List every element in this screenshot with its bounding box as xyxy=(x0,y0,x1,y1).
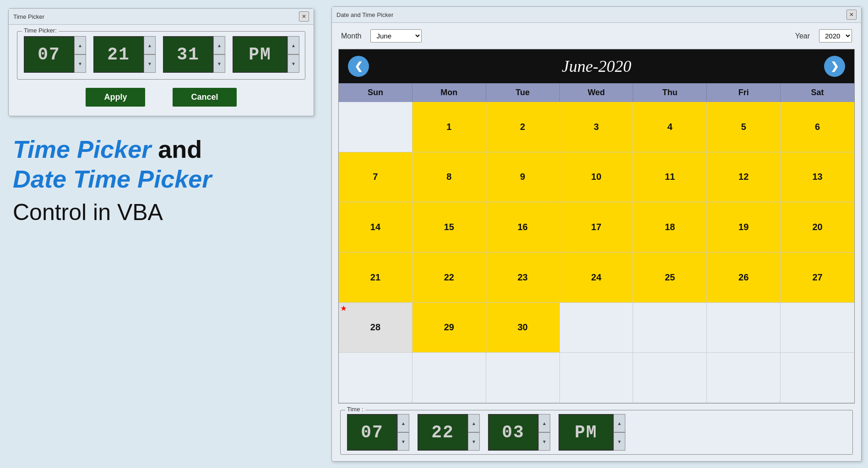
calendar-cell-21[interactable]: 21 xyxy=(339,253,412,303)
second-buttons: ▲ ▼ xyxy=(213,36,225,73)
calendar-cell-29[interactable]: 29 xyxy=(412,303,486,353)
dt-hour-spinner: 07 ▲ ▼ xyxy=(347,414,409,451)
second-spinner: 31 ▲ ▼ xyxy=(163,36,225,73)
calendar-cell-23[interactable]: 23 xyxy=(486,253,560,303)
dt-time-group: Time : 07 ▲ ▼ 22 ▲ ▼ xyxy=(340,410,853,455)
dt-minute-down-button[interactable]: ▼ xyxy=(468,432,480,451)
hour-buttons: ▲ ▼ xyxy=(74,36,86,73)
dt-second-down-button[interactable]: ▼ xyxy=(538,432,550,451)
dt-time-group-label: Time : xyxy=(345,406,365,413)
dt-ampm-down-button[interactable]: ▼ xyxy=(613,432,625,451)
calendar-cell-3[interactable]: 3 xyxy=(560,102,634,152)
calendar-header: ❮ June-2020 ❯ xyxy=(339,49,854,83)
hour-up-button[interactable]: ▲ xyxy=(74,36,86,54)
time-picker-window-title: Time Picker xyxy=(13,13,44,20)
time-picker-close-button[interactable]: ✕ xyxy=(299,11,309,22)
calendar-cell-14[interactable]: 14 xyxy=(339,202,412,253)
day-header-mon: Mon xyxy=(412,83,486,102)
second-display: 31 xyxy=(163,36,213,73)
hour-down-button[interactable]: ▼ xyxy=(74,54,86,73)
spinner-row: 07 ▲ ▼ 21 ▲ ▼ xyxy=(24,36,298,73)
month-select[interactable]: June January February March April May Ju… xyxy=(370,29,422,43)
dt-second-up-button[interactable]: ▲ xyxy=(538,414,550,432)
cancel-button[interactable]: Cancel xyxy=(173,88,236,107)
calendar-cell-15[interactable]: 15 xyxy=(412,202,486,253)
dt-minute-display: 22 xyxy=(418,414,468,451)
calendar-cell-28[interactable]: 28 xyxy=(339,303,412,353)
promo-line1: Time Picker and xyxy=(13,134,212,164)
promo-and: and xyxy=(151,135,202,163)
ampm-spinner: PM ▲ ▼ xyxy=(233,36,299,73)
calendar-cell-6[interactable]: 6 xyxy=(781,102,854,152)
day-header-fri: Fri xyxy=(707,83,781,102)
promo-text: Time Picker and Date Time Picker Control… xyxy=(8,125,216,237)
apply-button[interactable]: Apply xyxy=(86,88,145,107)
calendar-cell-1[interactable]: 1 xyxy=(412,102,486,152)
year-select[interactable]: 2020 2018 2019 2021 2022 xyxy=(819,29,852,43)
calendar-cell-empty-r6c4 xyxy=(560,353,634,403)
calendar-cell-24[interactable]: 24 xyxy=(560,253,634,303)
calendar-cell-empty-r6c3 xyxy=(486,353,560,403)
calendar-cell-9[interactable]: 9 xyxy=(486,152,560,203)
calendar-container: ❮ June-2020 ❯ Sun Mon Tue Wed Thu Fri Sa… xyxy=(338,49,855,403)
calendar-cell-20[interactable]: 20 xyxy=(781,202,854,253)
dt-close-button[interactable]: ✕ xyxy=(846,10,857,20)
calendar-cell-30[interactable]: 30 xyxy=(486,303,560,353)
month-label: Month xyxy=(341,32,361,40)
promo-line3: Control in VBA xyxy=(13,198,212,227)
calendar-cell-empty-r6c7 xyxy=(781,353,854,403)
minute-up-button[interactable]: ▲ xyxy=(144,36,156,54)
calendar-title: June-2020 xyxy=(562,57,631,76)
calendar-cell-7[interactable]: 7 xyxy=(339,152,412,203)
calendar-cell-empty-r6c2 xyxy=(412,353,486,403)
promo-time-picker: Time Picker xyxy=(13,135,151,163)
dt-second-display: 03 xyxy=(488,414,538,451)
calendar-cell-empty-r6c1 xyxy=(339,353,412,403)
dt-hour-buttons: ▲ ▼ xyxy=(397,414,409,451)
dt-hour-down-button[interactable]: ▼ xyxy=(397,432,409,451)
time-picker-group-label: Time Picker: xyxy=(22,27,59,34)
calendar-cell-8[interactable]: 8 xyxy=(412,152,486,203)
calendar-cell-12[interactable]: 12 xyxy=(707,152,781,203)
calendar-cell-empty-1 xyxy=(339,102,412,152)
calendar-cell-27[interactable]: 27 xyxy=(781,253,854,303)
calendar-cell-26[interactable]: 26 xyxy=(707,253,781,303)
tp-buttons-row: Apply Cancel xyxy=(17,88,305,107)
calendar-cell-19[interactable]: 19 xyxy=(707,202,781,253)
calendar-cell-13[interactable]: 13 xyxy=(781,152,854,203)
dt-controls-row: Month June January February March April … xyxy=(332,23,861,49)
ampm-up-button[interactable]: ▲ xyxy=(288,36,299,54)
dt-window-title: Date and Time Picker xyxy=(336,11,393,18)
calendar-day-headers: Sun Mon Tue Wed Thu Fri Sat xyxy=(339,83,854,102)
calendar-cell-2[interactable]: 2 xyxy=(486,102,560,152)
next-month-button[interactable]: ❯ xyxy=(824,56,845,77)
dt-second-spinner: 03 ▲ ▼ xyxy=(488,414,550,451)
ampm-display: PM xyxy=(233,36,288,73)
calendar-cell-18[interactable]: 18 xyxy=(633,202,707,253)
dt-minute-up-button[interactable]: ▲ xyxy=(468,414,480,432)
calendar-cell-11[interactable]: 11 xyxy=(633,152,707,203)
dt-ampm-display: PM xyxy=(559,414,613,451)
calendar-cell-4[interactable]: 4 xyxy=(633,102,707,152)
dt-second-buttons: ▲ ▼ xyxy=(538,414,550,451)
minute-spinner: 21 ▲ ▼ xyxy=(93,36,156,73)
promo-line2: Date Time Picker xyxy=(13,164,212,194)
dt-ampm-up-button[interactable]: ▲ xyxy=(613,414,625,432)
calendar-grid: 1 2 3 4 5 6 7 8 9 10 11 12 13 14 15 16 1… xyxy=(339,102,854,403)
minute-display: 21 xyxy=(93,36,144,73)
minute-down-button[interactable]: ▼ xyxy=(144,54,156,73)
prev-month-button[interactable]: ❮ xyxy=(348,56,369,77)
calendar-cell-5[interactable]: 5 xyxy=(707,102,781,152)
calendar-cell-10[interactable]: 10 xyxy=(560,152,634,203)
second-down-button[interactable]: ▼ xyxy=(213,54,225,73)
calendar-cell-17[interactable]: 17 xyxy=(560,202,634,253)
dt-hour-up-button[interactable]: ▲ xyxy=(397,414,409,432)
calendar-cell-22[interactable]: 22 xyxy=(412,253,486,303)
date-time-window: Date and Time Picker ✕ Month June Januar… xyxy=(331,6,862,462)
second-up-button[interactable]: ▲ xyxy=(213,36,225,54)
ampm-down-button[interactable]: ▼ xyxy=(288,54,299,73)
hour-display: 07 xyxy=(24,36,74,73)
year-label: Year xyxy=(795,32,810,40)
calendar-cell-25[interactable]: 25 xyxy=(633,253,707,303)
calendar-cell-16[interactable]: 16 xyxy=(486,202,560,253)
